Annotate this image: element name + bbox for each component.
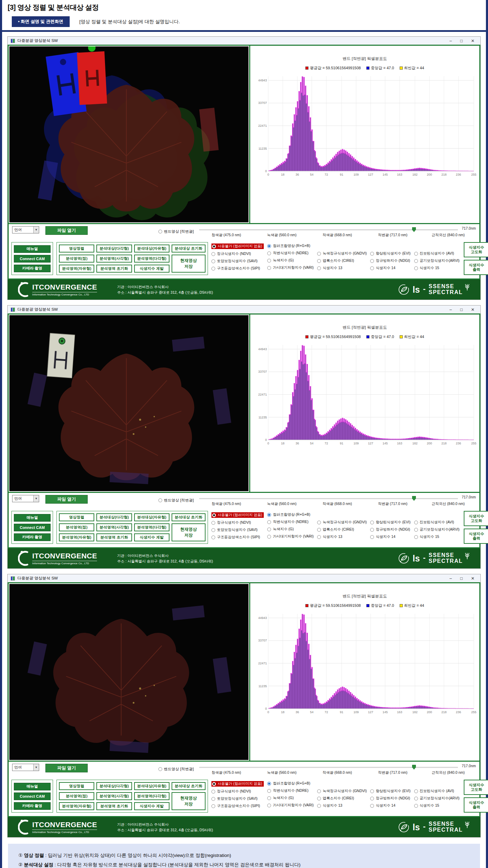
radio-index13[interactable]: 식생지수 13 xyxy=(317,534,367,539)
radio-ndvi[interactable]: 정규식생지수 (NDVI) xyxy=(211,789,264,794)
language-select[interactable]: 언어 ▼ xyxy=(12,764,39,771)
target-freeform-button[interactable]: 분석대상(자유형) xyxy=(134,245,169,253)
target-reset-button[interactable]: 분석대상 초기화 xyxy=(172,782,206,790)
radio-index13[interactable]: 식생지수 13 xyxy=(317,266,367,271)
band-image-radio[interactable]: 밴드영상 [적변광] xyxy=(158,498,194,503)
maximize-button[interactable]: □ xyxy=(460,307,463,312)
radio-index15[interactable]: 식생지수 15 xyxy=(414,534,460,539)
close-button[interactable]: ✕ xyxy=(471,576,474,581)
radio-unavailable[interactable]: 사용불가 (컬러이미지 없음) xyxy=(211,781,264,787)
region-freeform-button[interactable]: 분석영역(자유형) xyxy=(59,802,94,810)
region-rect-button[interactable]: 분석영역(사각형) xyxy=(96,255,132,263)
radio-avi[interactable]: 진보된식생지수 (AVI) xyxy=(414,251,460,256)
region-point-button[interactable]: 분석영역(점) xyxy=(59,792,94,800)
radio-sipi[interactable]: 구조둔감성색소지수 (SIPI) xyxy=(211,535,264,540)
wavelength-slider[interactable] xyxy=(199,229,458,230)
chevron-down-icon[interactable]: ▼ xyxy=(33,227,39,233)
target-freeform-button[interactable]: 분석대상(자유형) xyxy=(134,513,169,521)
connect-cam-button[interactable]: Connect CAM xyxy=(14,792,51,800)
manual-button[interactable]: 매뉴얼 xyxy=(14,245,51,253)
chevron-down-icon[interactable]: ▼ xyxy=(33,495,39,502)
wavelength-slider[interactable] xyxy=(199,498,458,499)
region-rect-button[interactable]: 분석영역(사각형) xyxy=(96,523,132,531)
region-polygon-button[interactable]: 분석영역(다각형) xyxy=(134,255,169,263)
radio-ndre[interactable]: 적변식생지수 (NDRE) xyxy=(267,788,314,793)
radio-index13[interactable]: 식생지수 13 xyxy=(317,803,367,808)
region-freeform-button[interactable]: 분석영역(자유형) xyxy=(59,533,94,541)
radio-index14[interactable]: 식생지수 14 xyxy=(370,803,410,808)
index-enhance-button[interactable]: 식생지수 고도화 xyxy=(464,511,488,526)
language-select[interactable]: 언어 ▼ xyxy=(12,495,39,502)
window-titlebar[interactable]: 다중분광 영상분석 SW – □ ✕ xyxy=(8,37,480,45)
radio-arvi[interactable]: 공기보정식생지수(ARVI) xyxy=(414,796,460,801)
minimize-button[interactable]: – xyxy=(450,576,452,581)
radio-sipi[interactable]: 구조둔감성색소지수 (SIPI) xyxy=(211,804,264,808)
radio-ndre[interactable]: 적변식생지수 (NDRE) xyxy=(267,251,314,256)
radio-sipi[interactable]: 구조둔감성색소지수 (SIPI) xyxy=(211,266,264,271)
band-image-radio[interactable]: 밴드영상 [적변광] xyxy=(158,767,194,772)
align-button[interactable]: 영상정렬 xyxy=(59,782,94,790)
region-polygon-button[interactable]: 분석영역(다각형) xyxy=(134,523,169,531)
window-titlebar[interactable]: 다중분광 영상분석 SW – □ ✕ xyxy=(8,574,480,582)
manual-button[interactable]: 매뉴얼 xyxy=(14,783,51,790)
radio-gndvi[interactable]: 녹색정규식생지수 (GNDVI) xyxy=(317,789,367,794)
close-button[interactable]: ✕ xyxy=(471,38,474,43)
region-point-button[interactable]: 분석영역(점) xyxy=(59,523,94,531)
radio-savi[interactable]: 토양보정식생지수 (SAVI) xyxy=(211,796,264,801)
target-polygon-button[interactable]: 분석대상(다각형) xyxy=(96,782,132,790)
wavelength-slider[interactable] xyxy=(199,767,458,768)
slider-thumb[interactable] xyxy=(412,227,416,232)
language-select[interactable]: 언어 ▼ xyxy=(12,226,39,233)
radio-arvi[interactable]: 공기보정식생지수(ARVI) xyxy=(414,258,460,263)
radio-g[interactable]: 녹색지수 (G) xyxy=(267,796,314,800)
band-image-radio[interactable]: 밴드영상 [적변광] xyxy=(158,229,194,234)
radio-savi[interactable]: 토양보정식생지수 (SAVI) xyxy=(211,528,264,532)
radio-g[interactable]: 녹색지수 (G) xyxy=(267,527,314,532)
camera-capture-button[interactable]: 카메라 촬영 xyxy=(14,533,51,541)
target-polygon-button[interactable]: 분석대상(다각형) xyxy=(96,513,132,521)
radio-rgb-composite[interactable]: 컬러조합영상 (R+G+B) xyxy=(267,781,314,786)
target-reset-button[interactable]: 분석대상 초기화 xyxy=(172,245,206,253)
region-reset-button[interactable]: 분석영역 초기화 xyxy=(96,265,132,273)
open-file-button[interactable]: 파일 열기 xyxy=(45,226,88,235)
open-file-button[interactable]: 파일 열기 xyxy=(45,764,88,772)
target-polygon-button[interactable]: 분석대상(다각형) xyxy=(96,245,132,253)
radio-savi[interactable]: 토양보정식생지수 (SAVI) xyxy=(211,259,264,264)
maximize-button[interactable]: □ xyxy=(460,576,463,581)
radio-rgb-composite[interactable]: 컬러조합영상 (R+G+B) xyxy=(267,512,314,517)
align-button[interactable]: 영상정렬 xyxy=(59,245,94,253)
index-enhance-button[interactable]: 식생지수 고도화 xyxy=(464,780,488,795)
radio-g[interactable]: 녹색지수 (G) xyxy=(267,258,314,263)
minimize-button[interactable]: – xyxy=(450,307,452,312)
region-rect-button[interactable]: 분석영역(사각형) xyxy=(96,792,132,800)
manual-button[interactable]: 매뉴얼 xyxy=(14,514,51,522)
radio-index15[interactable]: 식생지수 15 xyxy=(414,266,460,271)
region-point-button[interactable]: 분석영역(점) xyxy=(59,255,94,263)
vegetation-index-dev-button[interactable]: 식생지수 계발 xyxy=(134,802,169,810)
radio-vari[interactable]: 가시대기저항지수 (VARI) xyxy=(267,803,314,808)
radio-index14[interactable]: 식생지수 14 xyxy=(370,266,410,271)
slider-thumb[interactable] xyxy=(412,496,416,501)
radio-ndvi[interactable]: 정규식생지수 (NDVI) xyxy=(211,251,264,256)
align-button[interactable]: 영상정렬 xyxy=(59,513,94,521)
close-button[interactable]: ✕ xyxy=(471,307,474,312)
region-polygon-button[interactable]: 분석영역(다각형) xyxy=(134,792,169,800)
radio-index14[interactable]: 식생지수 14 xyxy=(370,534,410,539)
save-current-image-button[interactable]: 현재영상 저장 xyxy=(172,523,206,541)
region-reset-button[interactable]: 분석영역 초기화 xyxy=(96,802,132,810)
region-freeform-button[interactable]: 분석영역(자유형) xyxy=(59,265,94,273)
vegetation-index-dev-button[interactable]: 식생지수 계발 xyxy=(134,533,169,541)
radio-gndvi[interactable]: 녹색정규식생지수 (GNDVI) xyxy=(317,251,367,256)
radio-ndgi[interactable]: 정규빙하지수 (NDGI) xyxy=(370,258,410,263)
radio-vari[interactable]: 가시대기저항지수 (VARI) xyxy=(267,534,314,539)
radio-ndre[interactable]: 적변식생지수 (NDRE) xyxy=(267,520,314,524)
radio-rgb-composite[interactable]: 컬러조합영상 (R+G+B) xyxy=(267,243,314,248)
camera-capture-button[interactable]: 카메라 촬영 xyxy=(14,265,51,272)
connect-cam-button[interactable]: Connect CAM xyxy=(14,524,51,531)
chevron-down-icon[interactable]: ▼ xyxy=(33,764,39,771)
radio-ndgi[interactable]: 정규빙하지수 (NDGI) xyxy=(370,796,410,801)
region-reset-button[interactable]: 분석영역 초기화 xyxy=(96,533,132,541)
save-current-image-button[interactable]: 현재영상 저장 xyxy=(172,255,206,273)
index-enhance-button[interactable]: 식생지수 고도화 xyxy=(464,242,488,257)
target-reset-button[interactable]: 분석대상 초기화 xyxy=(172,513,206,521)
